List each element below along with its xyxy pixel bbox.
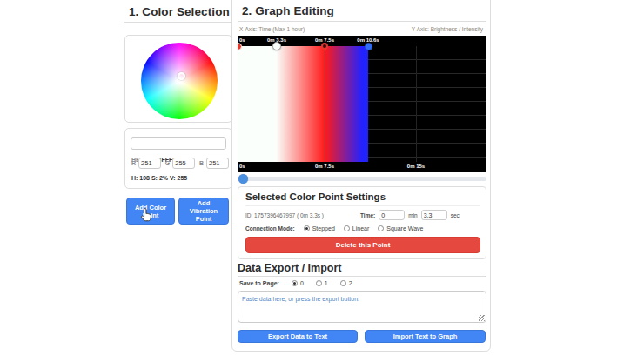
radio-label: 1 [325, 280, 328, 286]
color-text-input[interactable] [131, 137, 226, 150]
color-selection-panel: 1. Color Selection HEX: #FBFFFB R [124, 0, 232, 362]
divider [124, 22, 232, 23]
radio-label: Stepped [312, 225, 335, 231]
bottom-tick: 0s [239, 164, 245, 169]
color-wheel-indicator[interactable] [178, 72, 185, 80]
point-marker-7-5s[interactable] [321, 43, 328, 50]
selected-point-settings-card: Selected Color Point Settings ID: 175739… [238, 186, 486, 259]
textarea-resize-grip[interactable] [479, 315, 485, 321]
g-label: G [165, 160, 170, 166]
bottom-tick: 0m 15s [407, 164, 425, 169]
bottom-tick: 0m 7.5s [315, 164, 334, 169]
sec-label: sec [451, 212, 460, 218]
time-label: Time: [360, 212, 375, 218]
import-text-label: Import Text to Graph [393, 332, 458, 340]
hsv-readout: H: 108 S: 2% V: 255 [131, 175, 187, 181]
graph-gridline-15s [416, 46, 417, 162]
divider [245, 205, 480, 206]
radio-label: Square Wave [386, 225, 423, 231]
settings-title: Selected Color Point Settings [245, 191, 386, 202]
top-tick: 0s [239, 37, 245, 43]
graph-editing-title: 2. Graph Editing [242, 4, 334, 17]
time-sec-input[interactable] [421, 210, 447, 220]
x-axis-label: X-Axis: Time (Max 1 hour) [239, 26, 305, 32]
add-vibration-point-button[interactable]: Add Vibration Point [178, 198, 229, 225]
radio-dot [378, 225, 384, 231]
y-axis-label: Y-Axis: Brightness / Intensity [412, 26, 483, 32]
radio-label: Linear [352, 225, 369, 231]
radio-dot [316, 280, 322, 286]
point-marker-3-3s-selected[interactable] [272, 42, 281, 50]
min-label: min [408, 212, 417, 218]
data-paste-textarea[interactable] [238, 291, 486, 323]
divider [238, 276, 486, 277]
color-wheel[interactable] [141, 43, 218, 119]
radio-mode-stepped[interactable]: Stepped [304, 225, 335, 231]
export-data-button[interactable]: Export Data to Text [238, 330, 358, 343]
save-to-page-label: Save to Page: [239, 280, 279, 286]
g-input[interactable] [172, 158, 195, 169]
radio-label: 2 [349, 280, 352, 286]
r-label: R [131, 160, 136, 166]
graph-gridline-7-5s [325, 46, 325, 162]
radio-dot [304, 225, 310, 231]
color-wheel-card [124, 35, 232, 123]
graph-zoom-slider-track[interactable] [238, 177, 486, 181]
app-root: 1. Color Selection HEX: #FBFFFB R [0, 0, 644, 362]
radio-label: 0 [300, 280, 304, 286]
time-min-input[interactable] [379, 210, 405, 220]
radio-dot [292, 280, 298, 286]
color-selection-title: 1. Color Selection [129, 5, 230, 18]
import-text-button[interactable]: Import Text to Graph [365, 330, 486, 343]
mouse-cursor-icon [139, 207, 155, 223]
r-input[interactable] [138, 158, 161, 169]
radio-dot [340, 280, 346, 286]
graph-horizontal-gridlines [368, 46, 486, 162]
graph-bottom-bar: 0s 0m 7.5s 0m 15s [238, 162, 486, 172]
radio-page-1[interactable]: 1 [316, 280, 328, 286]
radio-dot [344, 225, 350, 231]
radio-page-0[interactable]: 0 [292, 280, 304, 286]
point-id-text: ID: 1757396467997 ( 0m 3.3s ) [245, 212, 324, 218]
connection-mode-label: Connection Mode: [245, 225, 295, 231]
divider [238, 21, 486, 22]
data-export-title: Data Export / Import [238, 262, 341, 274]
delete-point-button[interactable]: Delete this Point [245, 237, 480, 253]
delete-point-label: Delete this Point [336, 241, 391, 249]
graph-editing-panel: 2. Graph Editing X-Axis: Time (Max 1 hou… [231, 0, 491, 352]
point-marker-10-6s[interactable] [365, 43, 372, 50]
export-data-label: Export Data to Text [268, 332, 327, 340]
radio-mode-square-wave[interactable]: Square Wave [378, 225, 423, 231]
b-input[interactable] [206, 158, 229, 169]
radio-mode-linear[interactable]: Linear [344, 225, 369, 231]
radio-page-2[interactable]: 2 [340, 280, 352, 286]
b-label: B [199, 160, 204, 166]
graph-zoom-slider-handle[interactable] [238, 174, 248, 184]
add-vibration-point-label: Add Vibration Point [184, 199, 223, 223]
color-timeline-graph[interactable]: 0s 0m 3.3s 0m 7.5s 0m 10.6s 0s 0m 7.5s 0… [238, 36, 486, 172]
color-values-card: HEX: #FBFFFB R G B H: 108 S: 2% V: 255 [124, 128, 232, 189]
